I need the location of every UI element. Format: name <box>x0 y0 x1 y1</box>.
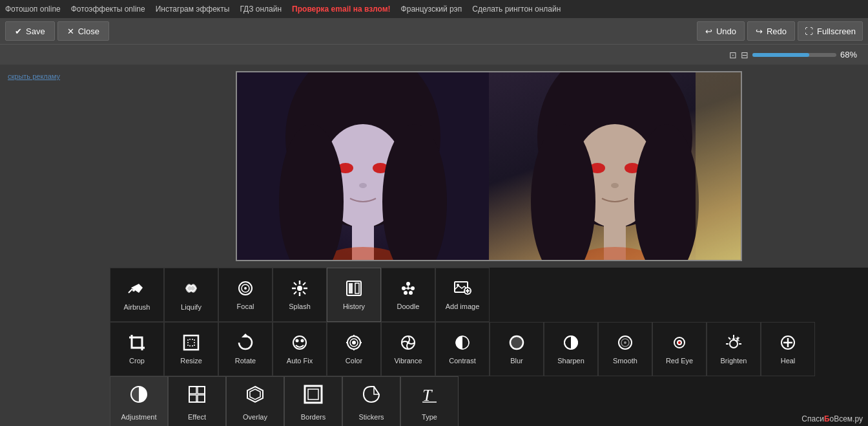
left-sidebar: скрыть рекламу <box>0 65 110 426</box>
sharpen-button[interactable]: Sharpen <box>544 322 598 376</box>
heal-icon <box>779 334 797 354</box>
type-label: Type <box>422 413 437 421</box>
toolbar: ✔ Save ✕ Close ↩ Undo ↪ Redo ⛶ Fullscree… <box>0 18 868 44</box>
brighten-label: Brighten <box>721 357 747 365</box>
svg-marker-93 <box>250 389 260 399</box>
content-wrapper: скрыть рекламу <box>0 65 868 426</box>
vibrance-button[interactable]: Vibrance <box>381 322 435 376</box>
crop-button[interactable]: Crop <box>110 322 164 376</box>
doodle-button[interactable]: Doodle <box>381 268 435 322</box>
history-label: History <box>343 303 365 310</box>
nav-photoshop[interactable]: Фотошоп online <box>5 5 61 14</box>
vibrance-label: Vibrance <box>394 357 422 365</box>
airbrush-icon <box>127 279 147 301</box>
brighten-icon <box>725 334 743 354</box>
zoom-fit-icon[interactable]: ⊟ <box>741 50 749 60</box>
svg-marker-51 <box>242 334 249 337</box>
redeye-icon <box>670 334 688 354</box>
svg-point-57 <box>352 341 356 345</box>
nav-instagram[interactable]: Инстаграм эффекты <box>156 5 230 14</box>
nav-photoeffects[interactable]: Фотоэффекты online <box>71 5 145 14</box>
smooth-button[interactable]: Smooth <box>598 322 652 376</box>
extended-tools-top <box>490 268 815 322</box>
contrast-button[interactable]: Contrast <box>435 322 490 376</box>
svg-point-13 <box>611 183 619 188</box>
save-button[interactable]: ✔ Save <box>5 21 55 41</box>
resize-button[interactable]: Resize <box>164 322 218 376</box>
svg-point-39 <box>411 286 415 290</box>
svg-point-47 <box>457 284 459 286</box>
borders-label: Borders <box>301 413 326 421</box>
undo-button[interactable]: ↩ Undo <box>697 21 745 41</box>
splash-button[interactable]: Splash <box>273 268 327 322</box>
svg-rect-90 <box>189 395 196 402</box>
extended-tools-row2: Blur Sharpen <box>490 322 815 376</box>
focal-button[interactable]: Focal <box>218 268 273 322</box>
effect-button[interactable]: Effect <box>168 376 226 426</box>
overlay-button[interactable]: Overlay <box>226 376 284 426</box>
nav-email[interactable]: Проверка email на взлом! <box>292 5 391 14</box>
liquify-button[interactable]: Liquify <box>164 268 218 322</box>
svg-rect-87 <box>189 387 205 402</box>
history-icon <box>345 279 363 300</box>
redo-button[interactable]: ↪ Redo <box>747 21 795 41</box>
color-label: Color <box>346 357 362 365</box>
svg-rect-88 <box>189 387 196 394</box>
svg-point-63 <box>407 341 409 344</box>
svg-point-72 <box>624 341 626 344</box>
type-button[interactable]: T Type <box>400 376 459 426</box>
svg-point-37 <box>406 282 410 286</box>
image-before <box>237 72 489 260</box>
nav-ringtone[interactable]: Сделать рингтон онлайн <box>472 5 561 14</box>
fullscreen-label: Fullscreen <box>817 27 856 36</box>
svg-line-31 <box>303 292 305 294</box>
svg-rect-21 <box>184 335 198 350</box>
addimage-button[interactable]: Add image <box>435 268 490 322</box>
splash-icon <box>291 279 309 300</box>
history-button[interactable]: History <box>327 268 381 322</box>
brighten-button[interactable]: Brighten <box>707 322 761 376</box>
nav-gdz[interactable]: ГДЗ онлайн <box>240 5 282 14</box>
focal-label: Focal <box>237 303 254 310</box>
fullscreen-button[interactable]: ⛶ Fullscreen <box>798 21 863 41</box>
undo-label: Undo <box>716 27 736 36</box>
doodle-icon <box>399 279 417 300</box>
heal-button[interactable]: Heal <box>761 322 815 376</box>
svg-point-41 <box>409 291 413 295</box>
save-label: Save <box>26 27 45 36</box>
overlay-label: Overlay <box>243 413 267 421</box>
adjustment-button[interactable]: Adjustment <box>110 376 168 426</box>
borders-button[interactable]: Borders <box>284 376 342 426</box>
zoom-row: ⊡ ⊟ 68% <box>0 44 868 65</box>
svg-rect-94 <box>305 386 322 403</box>
svg-rect-20 <box>132 337 142 348</box>
doodle-label: Doodle <box>397 303 420 310</box>
color-button[interactable]: Color <box>327 322 381 376</box>
close-label: Close <box>78 27 99 36</box>
nav-rap[interactable]: Французский рэп <box>401 5 462 14</box>
redo-label: Redo <box>767 27 787 36</box>
zoom-slider[interactable] <box>752 53 836 57</box>
rotate-button[interactable]: Rotate <box>218 322 273 376</box>
redeye-label: Red Eye <box>666 357 693 365</box>
hide-ad-link[interactable]: скрыть рекламу <box>3 70 107 83</box>
heal-label: Heal <box>781 357 796 365</box>
close-button[interactable]: ✕ Close <box>57 21 109 41</box>
redeye-button[interactable]: Red Eye <box>652 322 707 376</box>
undo-icon: ↩ <box>705 27 712 36</box>
image-display <box>110 65 868 268</box>
fit-icon[interactable]: ⊡ <box>729 50 737 60</box>
stickers-button[interactable]: Stickers <box>342 376 400 426</box>
autofix-button[interactable]: Auto Fix <box>273 322 327 376</box>
top-nav: Фотошоп online Фотоэффекты online Инстаг… <box>0 0 868 18</box>
airbrush-button[interactable]: Airbrush <box>110 268 164 322</box>
rotate-label: Rotate <box>235 357 256 365</box>
svg-point-67 <box>510 336 523 349</box>
liquify-icon <box>181 279 201 301</box>
tools-panel: Airbrush Crop <box>110 268 868 426</box>
blur-button[interactable]: Blur <box>490 322 544 376</box>
svg-point-75 <box>678 341 681 344</box>
svg-line-30 <box>294 282 296 285</box>
effect-label: Effect <box>188 413 206 421</box>
stickers-label: Stickers <box>358 413 384 421</box>
